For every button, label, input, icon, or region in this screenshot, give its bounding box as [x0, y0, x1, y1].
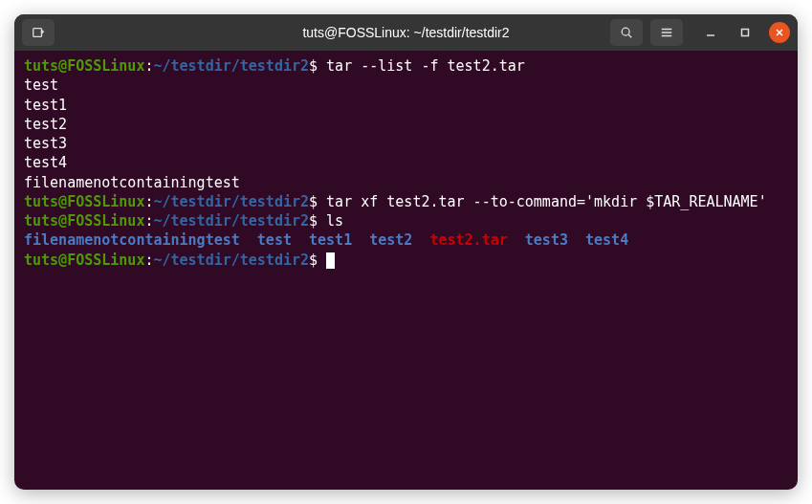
prompt-symbol: $: [309, 252, 318, 269]
new-tab-icon: [32, 26, 45, 39]
ls-dir: filenamenotcontainingtest: [24, 231, 240, 249]
output-line: test2: [24, 115, 788, 134]
menu-button[interactable]: [650, 19, 683, 46]
command-text: ls: [318, 212, 343, 230]
terminal-window: tuts@FOSSLinux: ~/testdir/testdir2: [14, 14, 798, 490]
ls-dir: test: [257, 231, 292, 249]
close-button[interactable]: [769, 22, 790, 43]
hamburger-icon: [660, 26, 673, 39]
prompt-path: ~/testdir/testdir2: [153, 252, 309, 269]
svg-rect-0: [33, 29, 42, 37]
titlebar: tuts@FOSSLinux: ~/testdir/testdir2: [14, 14, 798, 51]
prompt-path: ~/testdir/testdir2: [153, 193, 309, 210]
output-line: test: [24, 76, 788, 95]
ls-dir: test4: [585, 231, 628, 249]
new-tab-button[interactable]: [22, 19, 55, 46]
output-line: test1: [24, 96, 788, 115]
cursor: [326, 252, 335, 269]
minimize-icon: [706, 28, 715, 37]
maximize-button[interactable]: [735, 22, 756, 43]
terminal-line: tuts@FOSSLinux:~/testdir/testdir2$ tar x…: [24, 192, 788, 211]
svg-point-3: [622, 28, 629, 35]
close-icon: [775, 28, 784, 37]
prompt-user: tuts@FOSSLinux: [24, 57, 144, 75]
search-icon: [620, 26, 633, 39]
svg-rect-9: [742, 30, 749, 36]
output-line: test4: [24, 153, 788, 172]
maximize-icon: [740, 28, 750, 37]
ls-output-line: filenamenotcontainingtest test test1 tes…: [24, 230, 788, 250]
prompt-symbol: $: [309, 193, 318, 210]
prompt-user: tuts@FOSSLinux: [24, 252, 144, 269]
output-line: filenamenotcontainingtest: [24, 173, 788, 192]
ls-dir: test2: [369, 231, 412, 249]
terminal-content[interactable]: tuts@FOSSLinux:~/testdir/testdir2$ tar -…: [14, 51, 798, 275]
titlebar-right: [610, 19, 790, 46]
prompt-symbol: $: [309, 57, 318, 75]
command-text: tar xf test2.tar --to-command='mkdir $TA…: [318, 193, 767, 210]
prompt-symbol: $: [309, 212, 318, 230]
terminal-line: tuts@FOSSLinux:~/testdir/testdir2$: [24, 251, 788, 270]
window-title: tuts@FOSSLinux: ~/testdir/testdir2: [302, 25, 509, 40]
prompt-path: ~/testdir/testdir2: [153, 57, 309, 75]
command-text: tar --list -f test2.tar: [318, 57, 525, 75]
ls-dir: test1: [309, 231, 352, 249]
terminal-line: tuts@FOSSLinux:~/testdir/testdir2$ ls: [24, 211, 788, 230]
terminal-line: tuts@FOSSLinux:~/testdir/testdir2$ tar -…: [24, 56, 788, 76]
search-button[interactable]: [610, 19, 643, 46]
window-controls: [700, 22, 790, 43]
titlebar-left: [22, 19, 55, 46]
output-line: test3: [24, 134, 788, 153]
ls-archive: test2.tar: [429, 231, 507, 249]
prompt-user: tuts@FOSSLinux: [24, 212, 144, 230]
svg-line-4: [628, 34, 631, 37]
prompt-path: ~/testdir/testdir2: [153, 212, 309, 230]
minimize-button[interactable]: [700, 22, 721, 43]
ls-dir: test3: [525, 231, 568, 249]
prompt-user: tuts@FOSSLinux: [24, 193, 144, 210]
